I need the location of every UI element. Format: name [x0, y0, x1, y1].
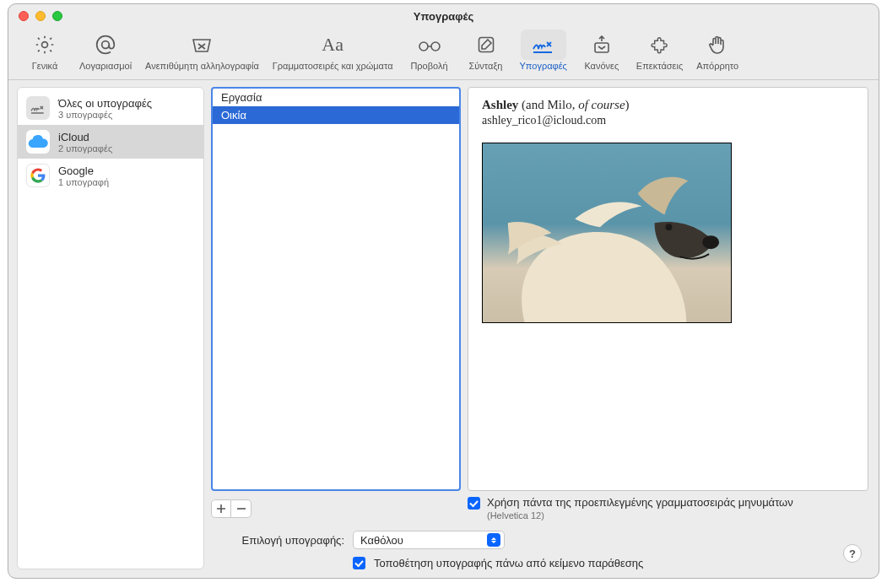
signature-list[interactable]: Εργασία Οικία: [211, 87, 461, 491]
preview-name-line: Ashley (and Milo, of course): [482, 98, 854, 112]
account-name: Google: [58, 165, 109, 177]
toolbar-general-label: Γενικά: [32, 61, 58, 71]
add-signature-button[interactable]: [211, 499, 231, 518]
signature-icon: [531, 32, 556, 57]
toolbar-rules-label: Κανόνες: [584, 61, 619, 71]
svg-point-1: [102, 41, 110, 49]
svg-rect-5: [595, 43, 608, 52]
signatures-icon: [26, 96, 50, 120]
choose-signature-select[interactable]: Καθόλου: [353, 531, 505, 549]
default-font-checkbox[interactable]: [468, 497, 480, 510]
toolbar-privacy-label: Απόρρητο: [696, 61, 738, 71]
svg-point-2: [419, 42, 428, 51]
minimize-window-button[interactable]: [35, 11, 46, 21]
account-sub: 3 υπογραφές: [58, 110, 152, 120]
preview-name-italic: of course: [578, 98, 625, 111]
account-name: Όλες οι υπογραφές: [58, 97, 152, 110]
preview-name-rest: (and Milo,: [518, 98, 578, 111]
gear-icon: [34, 32, 56, 57]
window-controls: [19, 11, 62, 21]
toolbar-fonts[interactable]: Aa Γραμματοσειρές και χρώματα: [268, 28, 398, 73]
remove-signature-button[interactable]: [231, 499, 251, 518]
signature-item-home[interactable]: Οικία: [213, 106, 459, 124]
choose-signature-label: Επιλογή υπογραφής:: [211, 534, 344, 547]
toolbar-viewing-label: Προβολή: [410, 61, 447, 71]
toolbar-composing[interactable]: Σύνταξη: [461, 28, 511, 73]
preview-name-close: ): [625, 98, 630, 111]
above-quoted-row: Τοποθέτηση υπογραφής πάνω από κείμενο πα…: [211, 556, 868, 569]
titlebar: Υπογραφές: [8, 4, 879, 28]
content-area: Όλες οι υπογραφές 3 υπογραφές iCloud 2 υ…: [8, 80, 879, 578]
preview-email: ashley_rico1@icloud.com: [482, 114, 854, 127]
google-icon: [26, 164, 50, 187]
preferences-toolbar: Γενικά Λογαριασμοί Ανεπιθύμητη αλληλογρα…: [8, 28, 879, 80]
above-quoted-label: Τοποθέτηση υπογραφής πάνω από κείμενο πα…: [374, 557, 643, 569]
plus-icon: [216, 504, 226, 514]
toolbar-viewing[interactable]: Προβολή: [402, 28, 457, 73]
default-font-sub: (Helvetica 12): [487, 510, 793, 521]
junk-icon: [190, 32, 214, 57]
window-title: Υπογραφές: [17, 10, 870, 23]
bottom-options: Επιλογή υπογραφής: Καθόλου Τοποθέτηση υπ…: [211, 521, 868, 569]
account-all-signatures[interactable]: Όλες οι υπογραφές 3 υπογραφές: [18, 91, 203, 125]
signature-add-remove: [211, 491, 461, 521]
choose-signature-row: Επιλογή υπογραφής: Καθόλου: [211, 531, 868, 549]
default-font-label: Χρήση πάντα της προεπιλεγμένης γραμματοσ…: [487, 496, 793, 509]
account-icloud[interactable]: iCloud 2 υπογραφές: [18, 125, 203, 159]
preview-name-bold: Ashley: [482, 98, 518, 111]
toolbar-junk-label: Ανεπιθύμητη αλληλογραφία: [145, 61, 259, 71]
toolbar-fonts-label: Γραμματοσειρές και χρώματα: [273, 61, 393, 71]
account-name: iCloud: [58, 131, 112, 143]
toolbar-general[interactable]: Γενικά: [19, 28, 71, 73]
above-quoted-checkbox[interactable]: [353, 557, 365, 569]
svg-rect-4: [479, 38, 493, 52]
rules-icon: [591, 32, 613, 57]
toolbar-privacy[interactable]: Απόρρητο: [691, 28, 744, 73]
account-sub: 2 υπογραφές: [58, 143, 112, 154]
svg-point-3: [431, 42, 440, 51]
toolbar-accounts[interactable]: Λογαριασμοί: [74, 28, 137, 73]
signature-preview[interactable]: Ashley (and Milo, of course) ashley_rico…: [468, 87, 868, 491]
toolbar-signatures[interactable]: Υπογραφές: [515, 28, 572, 73]
preferences-window: Υπογραφές Γενικά Λογαριασμοί Ανεπιθύμητη…: [8, 3, 879, 579]
svg-point-0: [42, 42, 48, 48]
zoom-window-button[interactable]: [52, 11, 62, 21]
toolbar-accounts-label: Λογαριασμοί: [79, 61, 132, 71]
glasses-icon: [417, 32, 442, 57]
toolbar-rules[interactable]: Κανόνες: [576, 28, 628, 73]
icloud-icon: [26, 130, 50, 154]
svg-point-7: [666, 224, 673, 230]
hand-icon: [707, 32, 727, 57]
svg-point-6: [702, 235, 719, 249]
fonts-icon: Aa: [322, 32, 343, 57]
toolbar-composing-label: Σύνταξη: [469, 61, 503, 71]
close-window-button[interactable]: [19, 11, 29, 21]
toolbar-extensions[interactable]: Επεκτάσεις: [631, 28, 688, 73]
signature-item-work[interactable]: Εργασία: [213, 89, 459, 106]
puzzle-icon: [649, 32, 671, 57]
toolbar-junk[interactable]: Ανεπιθύμητη αλληλογραφία: [140, 28, 264, 73]
at-icon: [95, 32, 116, 57]
toolbar-extensions-label: Επεκτάσεις: [636, 61, 683, 71]
accounts-list[interactable]: Όλες οι υπογραφές 3 υπογραφές iCloud 2 υ…: [17, 87, 204, 569]
help-button[interactable]: ?: [843, 544, 862, 563]
compose-icon: [476, 32, 496, 57]
default-font-option: Χρήση πάντα της προεπιλεγμένης γραμματοσ…: [468, 491, 868, 521]
choose-signature-value: Καθόλου: [360, 534, 482, 547]
account-sub: 1 υπογραφή: [58, 177, 109, 187]
toolbar-signatures-label: Υπογραφές: [520, 61, 567, 71]
chevron-updown-icon: [487, 533, 500, 547]
preview-image: [482, 143, 732, 323]
minus-icon: [236, 504, 246, 514]
account-google[interactable]: Google 1 υπογραφή: [18, 159, 203, 192]
